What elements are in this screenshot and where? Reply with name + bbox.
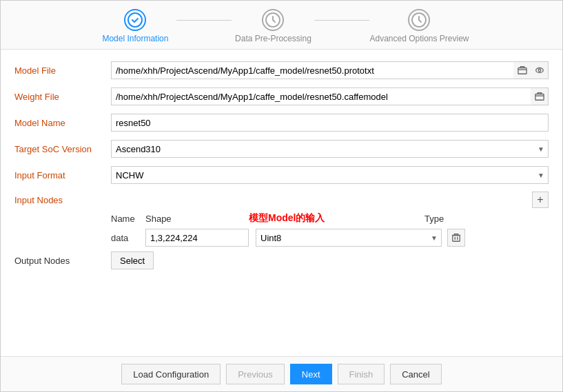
input-nodes-cols: Name Shape 模型Model的输入 Type [14,212,549,225]
target-soc-select[interactable]: Ascend310 Ascend910 [111,140,549,158]
model-file-input[interactable] [111,61,513,79]
main-dialog: Model Information Data Pre-Processing Ad [0,0,563,392]
input-format-select[interactable]: NCHW NHWC ND [111,166,549,184]
model-name-row: Model Name [14,113,549,132]
weight-file-row: Weight File [14,87,549,106]
form-area: Model File [1,50,562,356]
step-2-icon [262,9,284,31]
cancel-button[interactable]: Cancel [390,364,441,384]
svg-point-5 [538,69,541,72]
stepper: Model Information Data Pre-Processing Ad [1,1,562,50]
node-name-value: data [111,233,145,243]
input-format-select-wrap: NCHW NHWC ND [111,166,549,184]
step-3-label: Advanced Options Preview [369,34,469,43]
input-nodes-header: Input Nodes + [14,192,549,208]
node-type-select[interactable]: Uint8 Float32 Float16 Int32 Int8 [256,229,442,247]
connector-2 [314,20,369,21]
svg-rect-3 [518,68,526,74]
step-model-information[interactable]: Model Information [94,9,176,43]
connector-1 [176,20,232,21]
col-chinese-header: 模型Model的输入 [249,212,424,225]
svg-point-4 [535,68,543,73]
model-name-label: Model Name [14,118,111,128]
node-type-select-wrap: Uint8 Float32 Float16 Int32 Int8 [256,229,442,247]
svg-rect-7 [453,236,460,242]
node-shape-input[interactable] [145,229,249,247]
target-soc-select-wrap: Ascend310 Ascend910 [111,140,549,158]
svg-rect-6 [535,94,543,101]
model-file-browse-button[interactable] [513,61,531,79]
input-format-label: Input Format [14,170,111,180]
step-1-label: Model Information [102,34,168,43]
load-configuration-button[interactable]: Load Configuration [121,364,221,384]
target-soc-row: Target SoC Version Ascend310 Ascend910 [14,139,549,158]
output-nodes-row: Output Nodes Select [14,251,549,270]
step-2-label: Data Pre-Processing [235,34,311,43]
next-button[interactable]: Next [290,364,332,384]
weight-file-browse-button[interactable] [531,87,549,105]
weight-file-input[interactable] [111,87,531,105]
col-name-header: Name [111,214,145,224]
weight-file-label: Weight File [14,92,111,102]
input-format-row: Input Format NCHW NHWC ND [14,165,549,185]
svg-point-0 [128,13,142,27]
model-file-input-group [111,61,549,79]
step-advanced-options[interactable]: Advanced Options Preview [369,9,469,43]
col-shape-header: Shape [145,214,249,224]
model-file-row: Model File [14,61,549,80]
footer: Load Configuration Previous Next Finish … [1,356,562,391]
previous-button[interactable]: Previous [226,364,285,384]
target-soc-label: Target SoC Version [14,144,111,154]
weight-file-input-group [111,87,549,105]
model-file-eye-button[interactable] [531,61,549,79]
col-type-header: Type [424,214,528,224]
delete-node-button[interactable] [447,229,465,247]
model-name-input[interactable] [111,114,549,132]
step-data-preprocessing[interactable]: Data Pre-Processing [232,9,314,43]
input-nodes-label: Input Nodes [14,195,111,205]
step-1-icon [124,9,146,31]
finish-button[interactable]: Finish [338,364,385,384]
step-3-icon [408,9,430,31]
model-file-label: Model File [14,65,111,76]
select-output-button[interactable]: Select [111,251,154,269]
add-input-node-button[interactable]: + [532,192,549,208]
output-nodes-label: Output Nodes [14,256,111,266]
input-node-row: data Uint8 Float32 Float16 Int32 Int8 [14,229,549,247]
